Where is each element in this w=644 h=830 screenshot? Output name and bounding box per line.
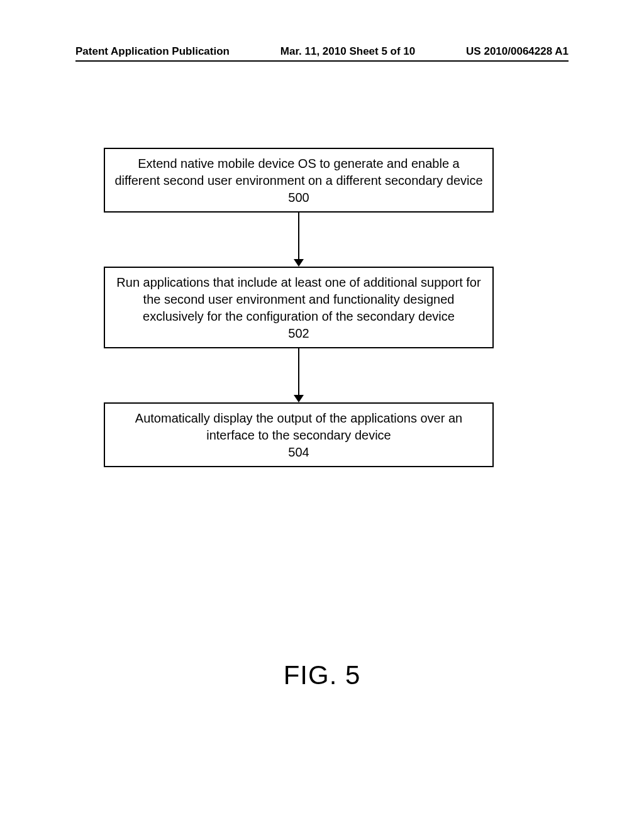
flow-step-504: Automatically display the output of the … bbox=[104, 402, 494, 467]
figure-label: FIG. 5 bbox=[0, 660, 644, 690]
flow-step-text: Run applications that include at least o… bbox=[114, 274, 484, 325]
page: Patent Application Publication Mar. 11, … bbox=[0, 0, 644, 830]
flow-arrow bbox=[104, 213, 494, 267]
flow-step-500: Extend native mobile device OS to genera… bbox=[104, 148, 494, 213]
arrow-down-icon bbox=[294, 395, 304, 402]
arrow-stem bbox=[298, 213, 299, 260]
flow-step-text: Automatically display the output of the … bbox=[114, 410, 484, 444]
flow-step-ref: 500 bbox=[114, 189, 484, 206]
header-rule bbox=[75, 60, 569, 62]
flowchart: Extend native mobile device OS to genera… bbox=[104, 148, 494, 467]
flow-step-ref: 504 bbox=[114, 444, 484, 461]
header-middle: Mar. 11, 2010 Sheet 5 of 10 bbox=[280, 45, 416, 58]
page-header: Patent Application Publication Mar. 11, … bbox=[75, 45, 569, 58]
header-left: Patent Application Publication bbox=[75, 45, 230, 58]
header-right: US 2010/0064228 A1 bbox=[466, 45, 569, 58]
flow-step-502: Run applications that include at least o… bbox=[104, 267, 494, 348]
flow-step-ref: 502 bbox=[114, 325, 484, 342]
flow-step-text: Extend native mobile device OS to genera… bbox=[114, 155, 484, 189]
flow-arrow bbox=[104, 348, 494, 402]
arrow-stem bbox=[298, 348, 299, 396]
arrow-down-icon bbox=[294, 259, 304, 267]
